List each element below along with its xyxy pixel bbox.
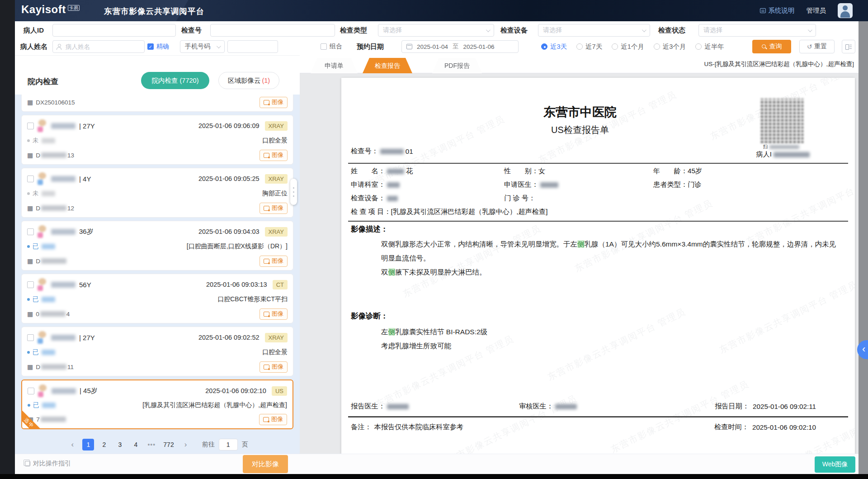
panel-splitter-handle[interactable] xyxy=(290,179,297,205)
combo-checkbox[interactable]: 组合 xyxy=(321,40,342,53)
status-label: 检查状态 xyxy=(658,24,685,37)
reset-icon: ↺ xyxy=(807,43,812,50)
system-help-link[interactable]: 系统说明 xyxy=(760,6,795,15)
avatar[interactable] xyxy=(838,3,853,18)
redacted-id xyxy=(40,311,66,317)
image-icon xyxy=(264,153,269,158)
exam-no-input[interactable] xyxy=(210,24,335,37)
chevron-down-icon xyxy=(642,28,646,32)
compare-images-button[interactable]: 对比影像 xyxy=(243,455,288,473)
view-toggle-button[interactable] xyxy=(842,40,855,53)
exam-checkbox[interactable] xyxy=(27,334,34,341)
tab-internal-exams[interactable]: 院内检查 (7720) xyxy=(141,72,209,89)
date-label: 预约日期 xyxy=(357,40,384,53)
tab-regional-cloud[interactable]: 区域影像云(1) xyxy=(218,72,279,89)
patient-name-input[interactable] xyxy=(65,43,141,51)
prev-page-button[interactable]: ‹ xyxy=(66,439,78,451)
field-req-doctor: 申请医生： xyxy=(504,180,560,190)
exam-list-item[interactable]: 56Y 2025-01-06 09:03:13 CT 已 口腔CBCT锥形束CT… xyxy=(21,274,293,323)
exam-type-placeholder: 请选择 xyxy=(383,26,402,34)
compare-guide-link[interactable]: 对比操作指引 xyxy=(25,460,71,468)
range-radio-1m[interactable]: 近1个月 xyxy=(612,43,644,51)
layout-icon xyxy=(845,44,852,49)
redacted-text xyxy=(380,149,404,154)
exam-checkbox[interactable] xyxy=(27,175,34,182)
search-button[interactable]: 查询 xyxy=(752,40,791,53)
gender-icon xyxy=(38,232,43,238)
review-doctor: 审核医生： xyxy=(519,402,579,411)
field-gender: 性 别：女 xyxy=(504,166,545,176)
exact-checkbox[interactable]: ✓精确 xyxy=(147,40,169,53)
report-exam-no: 检查号：01 xyxy=(351,147,413,156)
desc-section-body: 双侧乳腺形态大小正常，内结构清晰，导管未见明显增宽。于左侧乳腺（1A）可见大小约… xyxy=(381,237,842,279)
page-button-772[interactable]: 772 xyxy=(161,439,175,451)
radio-icon xyxy=(612,43,618,50)
status-placeholder: 请选择 xyxy=(703,26,722,34)
view-image-button[interactable]: 图像 xyxy=(259,414,287,425)
radio-selected-icon xyxy=(541,43,547,50)
compare-guide-label: 对比操作指引 xyxy=(33,460,71,468)
page-ellipsis[interactable]: ••• xyxy=(146,439,157,451)
user-name[interactable]: 管理员 xyxy=(807,6,826,15)
phone-input[interactable] xyxy=(227,40,278,53)
field-exam-item: 检 查 项 目：[乳腺及其引流区淋巴结彩超（乳腺中心）,超声检查] xyxy=(351,207,547,217)
view-image-button[interactable]: 图像 xyxy=(259,97,288,108)
reset-label: 重置 xyxy=(814,43,827,51)
view-image-button[interactable]: 图像 xyxy=(259,150,288,161)
date-range-picker[interactable]: 2025-01-04 至 2025-01-06 xyxy=(401,40,519,53)
exam-list-item[interactable]: 36岁 2025-01-06 09:04:03 XRAY 已 [口腔曲面断层,口… xyxy=(21,221,293,270)
range-label: 近半年 xyxy=(704,43,724,51)
exam-id: D13 xyxy=(36,152,74,159)
exam-id: 7 xyxy=(36,416,67,423)
page-button-2[interactable]: 2 xyxy=(98,439,110,451)
report-title: US检查报告单 xyxy=(368,124,792,136)
modality-badge: CT xyxy=(273,280,288,289)
page-button-1[interactable]: 1 xyxy=(82,439,94,451)
exam-description: [乳腺及其引流区淋巴结彩超（乳腺中心）,超声检查] xyxy=(142,401,287,409)
view-image-button[interactable]: 图像 xyxy=(259,203,288,214)
view-image-button[interactable]: 图像 xyxy=(259,308,288,320)
view-image-button[interactable]: 图像 xyxy=(259,256,288,267)
range-radio-7d[interactable]: 近7天 xyxy=(576,43,602,51)
phone-field-select[interactable]: 手机号码 xyxy=(180,40,225,53)
exam-list-item[interactable]: ▦ DX250106015 图像 xyxy=(21,95,293,112)
exam-time: 2025-01-06 09:02:10 xyxy=(205,387,266,394)
exam-checkbox[interactable] xyxy=(28,388,34,394)
next-page-button[interactable]: › xyxy=(180,439,192,451)
reset-button[interactable]: ↺重置 xyxy=(799,40,835,53)
status-label: 未 xyxy=(33,137,39,145)
exam-checkbox[interactable] xyxy=(27,228,34,235)
range-radio-3d[interactable]: 近3天 xyxy=(541,43,567,51)
goto-page-input[interactable] xyxy=(219,439,238,451)
diag-section-body: 左侧乳腺囊实性结节 BI-RADS:2级 考虑乳腺增生所致可能 xyxy=(381,325,842,353)
tab-exam-report[interactable]: 检查报告 xyxy=(363,58,412,73)
exam-description: 口腔全景 xyxy=(262,137,288,145)
exam-checkbox[interactable] xyxy=(27,281,34,288)
patient-name-field[interactable] xyxy=(52,40,145,53)
exam-list-item[interactable]: | 27Y 2025-01-06 09:06:09 XRAY 未 口腔全景 ▦ … xyxy=(21,115,293,165)
range-radio-3m[interactable]: 近3个月 xyxy=(654,43,686,51)
tab-pdf-report[interactable]: PDF报告 xyxy=(432,58,482,73)
web-image-button[interactable]: Web图像 xyxy=(815,456,855,473)
exam-checkbox[interactable] xyxy=(27,123,34,129)
exam-list-item-selected[interactable]: | 45岁 2025-01-06 09:02:10 US 已 [乳腺及其引流区淋… xyxy=(21,379,293,429)
page-button-4[interactable]: 4 xyxy=(130,439,142,451)
exam-list-item[interactable]: | 27Y 2025-01-06 09:02:52 XRAY 已 口腔全景 ▦ … xyxy=(21,327,293,376)
range-radio-6m[interactable]: 近半年 xyxy=(695,43,724,51)
exam-id-icon: ▦ xyxy=(27,364,33,370)
view-image-button[interactable]: 图像 xyxy=(259,361,288,373)
patient-age: | 45岁 xyxy=(80,387,98,395)
status-redacted xyxy=(42,350,55,355)
patient-avatar xyxy=(38,331,47,344)
scrollbar-track[interactable] xyxy=(859,21,868,474)
modality-badge: XRAY xyxy=(265,174,288,184)
patient-id-input[interactable] xyxy=(52,24,176,37)
device-select[interactable]: 请选择 xyxy=(538,24,650,37)
exam-list-item[interactable]: | 4Y 2025-01-06 09:05:25 XRAY 未 胸部正位 ▦ D… xyxy=(21,168,293,218)
redacted-text xyxy=(540,182,558,188)
report-date: 报告日期：2025-01-06 09:02:11 xyxy=(715,402,816,411)
tab-request-form[interactable]: 申请单 xyxy=(311,58,358,73)
status-select[interactable]: 请选择 xyxy=(698,24,816,37)
page-button-3[interactable]: 3 xyxy=(114,439,126,451)
exam-type-select[interactable]: 请选择 xyxy=(378,24,494,37)
